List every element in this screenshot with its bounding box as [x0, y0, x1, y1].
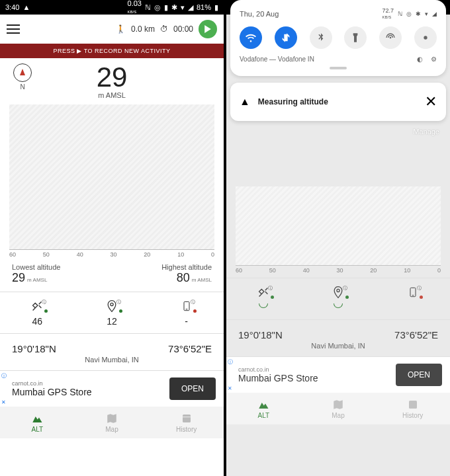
- notification-shade[interactable]: Thu, 20 Aug 72.7KB/S ℕ ◎ ✱ ▾ ◢ V: [226, 0, 450, 142]
- notif-close-icon[interactable]: ✕: [425, 95, 437, 109]
- sensor-device: ⓘ: [375, 285, 450, 313]
- nfc-icon: ℕ: [398, 11, 402, 17]
- qs-bluetooth-tile[interactable]: [310, 26, 332, 49]
- tab-history: History: [375, 393, 450, 424]
- screen-left: 3:40 ▲ 0.03KB/S ℕ ◎ ▮ ✱ ▾ ◢ 81% ▮ 🚶 0.0 …: [0, 0, 224, 476]
- chart-x-axis: 60 50 40 30 20 10 0: [0, 250, 224, 262]
- ad-url: carnot.co.in: [12, 380, 163, 387]
- sensors-row: ⓘ ⓘ ⓘ: [226, 278, 450, 320]
- sensor-gps: ⓘ: [301, 285, 376, 313]
- notification-card[interactable]: ▲ Measuring altitude ✕: [230, 83, 446, 121]
- ad-banner: ⓘ ✕ carnot.co.in Mumbai GPS Store OPEN: [226, 356, 450, 393]
- qs-date: Thu, 20 Aug: [240, 10, 279, 18]
- sensor-satellite: ⓘ: [226, 285, 301, 313]
- bug-icon: ✱: [171, 3, 177, 12]
- stopwatch-icon: ⏱: [160, 24, 168, 34]
- ad-close-icon[interactable]: ✕: [1, 399, 6, 405]
- app-icon: ▲: [22, 3, 30, 11]
- signal-icon: ◢: [432, 11, 437, 17]
- gps-value: 12: [107, 316, 117, 327]
- altitude-unit: m AMSL: [36, 91, 188, 99]
- compass-icon[interactable]: [13, 63, 32, 82]
- bug-icon: ✱: [416, 11, 421, 17]
- qs-carrier: Vodafone — Vodafone IN: [240, 56, 314, 63]
- altitude-chart[interactable]: [9, 104, 214, 250]
- sensor-gps[interactable]: ⓘ 12: [75, 299, 150, 327]
- qs-net-speed: 72.7KB/S: [382, 8, 394, 20]
- ad-info-icon: ⓘ: [228, 358, 233, 366]
- bottom-tabs: ALT Map History: [226, 393, 450, 424]
- latitude: 19°0'18"N: [238, 329, 283, 340]
- svg-rect-3: [183, 415, 191, 422]
- highest-label: Highest altitude: [161, 263, 212, 271]
- longitude: 73°6'52"E: [394, 329, 438, 340]
- qs-wifi-tile[interactable]: [240, 26, 262, 49]
- distance-value: 0.0 km: [131, 24, 155, 34]
- coordinates[interactable]: 19°0'18"N 73°6'52"E: [0, 334, 224, 356]
- quick-settings-panel: Thu, 20 Aug 72.7KB/S ℕ ◎ ✱ ▾ ◢ V: [230, 0, 446, 76]
- wifi-icon: ▾: [425, 11, 428, 17]
- svg-point-6: [424, 36, 427, 39]
- lowest-label: Lowest altitude: [12, 263, 60, 271]
- tab-map: Map: [301, 393, 376, 424]
- altitude-chart: [236, 186, 441, 266]
- bottom-tabs: ALT Map History: [0, 407, 224, 438]
- compass-direction: N: [9, 83, 36, 91]
- coordinates: 19°0'18"N 73°6'52"E: [226, 320, 450, 342]
- qs-data-tile[interactable]: [275, 26, 297, 49]
- tab-map[interactable]: Map: [75, 407, 150, 438]
- battery-pct: 81%: [197, 3, 211, 11]
- latitude: 19°0'18"N: [12, 343, 56, 354]
- svg-point-7: [337, 289, 339, 292]
- device-value: -: [185, 316, 188, 327]
- place-name: Navi Mumbai, IN: [226, 342, 450, 356]
- sensor-device[interactable]: ⓘ -: [149, 299, 224, 327]
- qs-flashlight-tile[interactable]: [344, 26, 367, 49]
- menu-button[interactable]: [7, 24, 20, 34]
- altitude-stats: Lowest altitude 29 m AMSL Highest altitu…: [0, 262, 224, 292]
- vibrate-icon: ▮: [164, 3, 168, 12]
- sat-value: 46: [32, 316, 43, 327]
- main-reading: N 29 m AMSL: [0, 58, 224, 102]
- ad-url: carnot.co.in: [238, 366, 389, 373]
- tab-alt[interactable]: ALT: [0, 407, 75, 438]
- ad-banner[interactable]: ⓘ ✕ carnot.co.in Mumbai GPS Store OPEN: [0, 370, 224, 407]
- highest-value: 80: [177, 271, 190, 284]
- wifi-icon: ▾: [181, 3, 185, 12]
- ad-title: Mumbai GPS Store: [12, 387, 163, 397]
- walk-icon: 🚶: [116, 24, 126, 34]
- record-button[interactable]: [199, 20, 217, 38]
- tab-alt: ALT: [226, 393, 301, 424]
- tab-history[interactable]: History: [149, 407, 224, 438]
- battery-icon: ▮: [214, 3, 218, 12]
- chart-x-axis: 60 50 40 30 20 10 0: [226, 266, 450, 278]
- notif-manage-button[interactable]: Manage: [226, 121, 450, 142]
- nfc-icon: ℕ: [145, 3, 151, 12]
- ad-info-icon[interactable]: ⓘ: [1, 372, 7, 379]
- sensor-satellite[interactable]: ⓘ 46: [0, 299, 75, 327]
- qs-settings-icon[interactable]: ⚙: [431, 56, 437, 63]
- signal-icon: ◢: [188, 3, 193, 12]
- location-icon: ◎: [406, 11, 412, 17]
- qs-drag-handle[interactable]: [330, 67, 347, 69]
- notif-app-icon: ▲: [240, 96, 250, 108]
- longitude: 73°6'52"E: [168, 343, 212, 354]
- net-speed: 0.03KB/S: [128, 0, 142, 15]
- location-icon: ◎: [154, 3, 161, 12]
- ad-open-button[interactable]: OPEN: [169, 377, 216, 400]
- svg-point-0: [111, 303, 113, 305]
- lowest-value: 29: [12, 271, 25, 284]
- timer-value: 00:00: [173, 24, 193, 34]
- qs-brightness-tile[interactable]: [414, 26, 437, 49]
- place-name: Navi Mumbai, IN: [0, 356, 224, 370]
- qs-user-icon[interactable]: ◐: [417, 56, 423, 63]
- record-banner[interactable]: PRESS ▶ TO RECORD NEW ACTIVITY: [0, 44, 224, 58]
- status-time: 3:40: [5, 3, 19, 11]
- screen-right: 3:30 84% ▮ Thu, 20 Aug 72.7KB/S ℕ ◎ ✱ ▾ …: [226, 0, 450, 476]
- svg-rect-10: [409, 401, 417, 409]
- svg-point-5: [390, 37, 392, 39]
- ad-open-button: OPEN: [396, 364, 442, 386]
- app-toolbar: 🚶 0.0 km ⏱ 00:00: [0, 15, 224, 44]
- qs-hotspot-tile[interactable]: [379, 26, 402, 49]
- notif-title: Measuring altitude: [258, 97, 417, 106]
